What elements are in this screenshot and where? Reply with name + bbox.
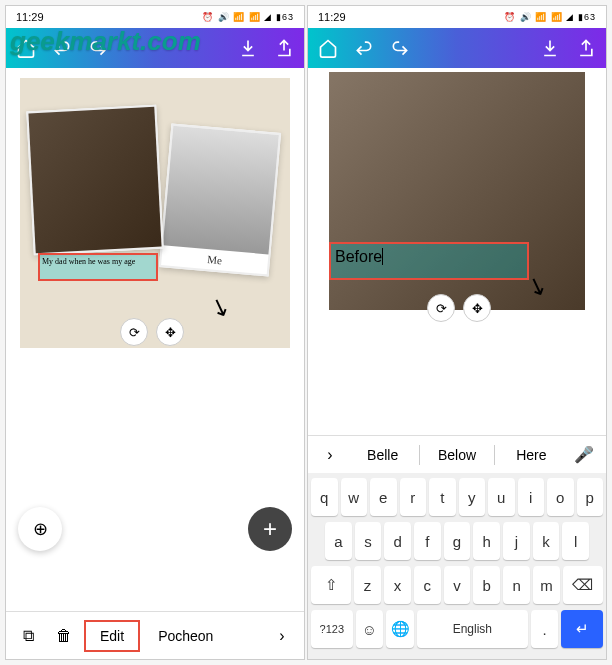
photo-zoomed [317, 72, 597, 322]
font-selector[interactable]: Pocheon [144, 622, 227, 650]
photo-me [163, 126, 279, 255]
rotate-icon[interactable]: ⟳ [427, 294, 455, 322]
suggestion-1[interactable]: Belle [346, 447, 419, 463]
key-u[interactable]: u [488, 478, 515, 516]
key-b[interactable]: b [473, 566, 500, 604]
status-bar: 11:29 ⏰ 🔊 📶 📶 ◢ ▮63 [308, 6, 606, 28]
add-button[interactable]: + [248, 507, 292, 551]
soft-keyboard: qwertyuiop asdfghjkl ⇧zxcvbnm⌫ ?123 ☺ 🌐 … [308, 473, 606, 659]
key-c[interactable]: c [414, 566, 441, 604]
key-z[interactable]: z [354, 566, 381, 604]
move-icon[interactable]: ✥ [463, 294, 491, 322]
suggestion-2[interactable]: Below [420, 447, 493, 463]
design-frame[interactable]: Me My dad when he was my age ↘ ⟳ ✥ [20, 78, 290, 348]
photo-dad [28, 107, 161, 253]
element-controls: ⟳ ✥ [120, 318, 184, 346]
key-s[interactable]: s [355, 522, 382, 560]
undo-icon[interactable] [352, 36, 376, 60]
watermark-text: geekmarkt.com [10, 26, 201, 57]
polaroid-left[interactable] [26, 105, 163, 256]
status-icons: ⏰ 🔊 📶 📶 ◢ ▮63 [202, 12, 294, 22]
key-w[interactable]: w [341, 478, 368, 516]
key-numbers[interactable]: ?123 [311, 610, 353, 648]
key-spacebar[interactable]: English [417, 610, 528, 648]
text-toolbar: ⧉ 🗑 Edit Pocheon › [6, 611, 304, 659]
design-canvas[interactable]: Before ↘ ⟳ ✥ [308, 68, 606, 435]
download-icon[interactable] [236, 36, 260, 60]
app-toolbar [308, 28, 606, 68]
key-o[interactable]: o [547, 478, 574, 516]
key-x[interactable]: x [384, 566, 411, 604]
key-y[interactable]: y [459, 478, 486, 516]
key-period[interactable]: . [531, 610, 559, 648]
keyboard-row-3: ⇧zxcvbnm⌫ [311, 566, 603, 604]
keyboard-row-4: ?123 ☺ 🌐 English . ↵ [311, 610, 603, 648]
key-d[interactable]: d [384, 522, 411, 560]
redo-icon[interactable] [388, 36, 412, 60]
key-enter[interactable]: ↵ [561, 610, 603, 648]
clock: 11:29 [16, 11, 44, 23]
key-t[interactable]: t [429, 478, 456, 516]
keyboard-row-1: qwertyuiop [311, 478, 603, 516]
duplicate-icon[interactable]: ⧉ [12, 620, 44, 652]
phone-screenshot-right: 11:29 ⏰ 🔊 📶 📶 ◢ ▮63 Before ↘ ⟳ ✥ › [307, 5, 607, 660]
move-icon[interactable]: ✥ [156, 318, 184, 346]
download-icon[interactable] [538, 36, 562, 60]
dual-screenshot-container: 11:29 ⏰ 🔊 📶 📶 ◢ ▮63 Me My dad when he wa… [0, 0, 612, 665]
selected-text-box[interactable]: My dad when he was my age [38, 253, 158, 281]
keyboard-row-2: asdfghjkl [311, 522, 603, 560]
key-r[interactable]: r [400, 478, 427, 516]
trash-icon[interactable]: 🗑 [48, 620, 80, 652]
key-j[interactable]: j [503, 522, 530, 560]
key-backspace[interactable]: ⌫ [563, 566, 603, 604]
expand-suggestions-icon[interactable]: › [314, 439, 346, 471]
zoom-button[interactable]: ⊕ [18, 507, 62, 551]
key-i[interactable]: i [518, 478, 545, 516]
clock: 11:29 [318, 11, 346, 23]
more-icon[interactable]: › [266, 620, 298, 652]
keyboard-suggestions: › Belle Below Here 🎤 [308, 435, 606, 473]
key-m[interactable]: m [533, 566, 560, 604]
key-q[interactable]: q [311, 478, 338, 516]
share-icon[interactable] [574, 36, 598, 60]
share-icon[interactable] [272, 36, 296, 60]
key-v[interactable]: v [444, 566, 471, 604]
status-bar: 11:29 ⏰ 🔊 📶 📶 ◢ ▮63 [6, 6, 304, 28]
design-frame-zoomed[interactable]: Before ↘ ⟳ ✥ [317, 72, 597, 322]
key-globe[interactable]: 🌐 [386, 610, 414, 648]
key-emoji[interactable]: ☺ [356, 610, 384, 648]
polaroid-right[interactable]: Me [159, 123, 281, 276]
editing-text-box[interactable]: Before [329, 242, 529, 280]
key-a[interactable]: a [325, 522, 352, 560]
suggestion-3[interactable]: Here [495, 447, 568, 463]
rotate-icon[interactable]: ⟳ [120, 318, 148, 346]
key-l[interactable]: l [562, 522, 589, 560]
mic-icon[interactable]: 🎤 [568, 439, 600, 471]
phone-screenshot-left: 11:29 ⏰ 🔊 📶 📶 ◢ ▮63 Me My dad when he wa… [5, 5, 305, 660]
element-controls: ⟳ ✥ [427, 294, 491, 322]
key-e[interactable]: e [370, 478, 397, 516]
home-icon[interactable] [316, 36, 340, 60]
edit-button[interactable]: Edit [84, 620, 140, 652]
key-h[interactable]: h [473, 522, 500, 560]
status-icons: ⏰ 🔊 📶 📶 ◢ ▮63 [504, 12, 596, 22]
design-canvas[interactable]: Me My dad when he was my age ↘ ⟳ ✥ ⊕ + [6, 68, 304, 611]
key-n[interactable]: n [503, 566, 530, 604]
key-k[interactable]: k [533, 522, 560, 560]
key-g[interactable]: g [444, 522, 471, 560]
key-f[interactable]: f [414, 522, 441, 560]
key-p[interactable]: p [577, 478, 604, 516]
arrow-decoration: ↘ [206, 290, 234, 323]
key-shift[interactable]: ⇧ [311, 566, 351, 604]
